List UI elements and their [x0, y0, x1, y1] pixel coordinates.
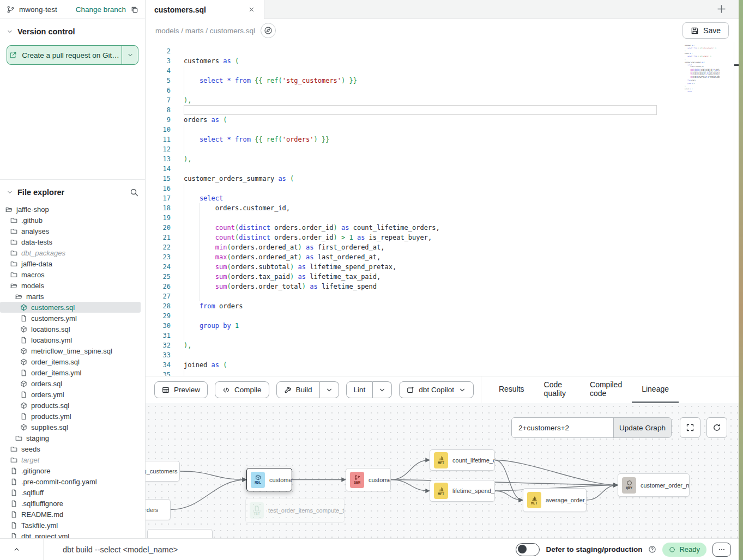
file-item-dbt_packages[interactable]: dbt_packages: [0, 247, 141, 258]
lineage-node-lifetime_spend_pretax[interactable]: METlifetime_spend_pretax: [430, 480, 495, 502]
chevron-down-icon[interactable]: [7, 28, 13, 35]
folder-open-icon: [10, 282, 17, 289]
copy-icon[interactable]: [130, 5, 138, 14]
create-pull-request-button[interactable]: Create a pull request on Git…: [7, 45, 138, 65]
node-badge-mdl: MDL: [251, 472, 265, 488]
fullscreen-button[interactable]: [680, 417, 700, 438]
line-number: 12: [153, 144, 171, 154]
panel-tab-compiled-code[interactable]: Compiled code: [580, 376, 632, 403]
compile-button[interactable]: Compile: [215, 381, 269, 398]
more-options-button[interactable]: [712, 543, 731, 557]
build-button[interactable]: Build: [276, 381, 320, 398]
file-item-.sqlfluffignore[interactable]: .sqlfluffignore: [0, 498, 141, 509]
line-number: 25: [153, 272, 171, 282]
file-item-order_items.yml[interactable]: order_items.yml: [0, 367, 141, 378]
code-lines: 23customers as (45select * from {{ ref('…: [146, 46, 739, 376]
file-item-orders.yml[interactable]: orders.yml: [0, 389, 141, 400]
search-icon[interactable]: [130, 188, 138, 197]
lint-button[interactable]: Lint: [346, 381, 373, 398]
doc-icon: [20, 369, 27, 376]
refresh-button[interactable]: [706, 417, 727, 438]
file-item-target[interactable]: target: [0, 454, 141, 465]
file-explorer-section: File explorer jaffle-shop.githubanalyses…: [0, 180, 145, 538]
lineage-node-orders[interactable]: MDLorders: [146, 499, 171, 520]
file-item-.github[interactable]: .github: [0, 215, 141, 226]
file-item-supplies.sql[interactable]: supplies.sql: [0, 422, 141, 433]
file-item-locations.yml[interactable]: locations.yml: [0, 334, 141, 345]
file-item-jaffle-shop[interactable]: jaffle-shop: [0, 204, 141, 215]
file-item-macros[interactable]: macros: [0, 269, 141, 280]
lineage-node-average_order_value[interactable]: METaverage_order_value: [523, 488, 587, 512]
file-item-data-tests[interactable]: data-tests: [0, 236, 141, 247]
file-item-README.md[interactable]: README.md: [0, 509, 141, 520]
file-label: target: [21, 456, 39, 464]
code-icon: [222, 386, 230, 394]
new-tab-button[interactable]: [716, 4, 727, 14]
file-item-customers.sql[interactable]: customers.sql: [0, 302, 141, 313]
file-item-Taskfile.yml[interactable]: Taskfile.yml: [0, 520, 141, 531]
change-branch-link[interactable]: Change branch: [76, 5, 126, 14]
file-item-seeds[interactable]: seeds: [0, 443, 141, 454]
file-item-products.yml[interactable]: products.yml: [0, 411, 141, 422]
file-item-dbt_project.yml[interactable]: dbt_project.yml: [0, 531, 141, 538]
lint-dropdown-button[interactable]: [373, 381, 392, 398]
lineage-node-customers_mdl[interactable]: MDLcustomers: [246, 468, 292, 491]
editor-column: customers.sql models / marts / customers…: [146, 0, 739, 538]
pr-dropdown-chevron[interactable]: [122, 46, 138, 64]
preview-button[interactable]: Preview: [154, 381, 208, 398]
file-item-customers.yml[interactable]: customers.yml: [0, 313, 141, 324]
file-item-.pre-commit-config.yaml[interactable]: .pre-commit-config.yaml: [0, 476, 141, 487]
file-item-models[interactable]: models: [0, 280, 141, 291]
node-badge-sem: SEM: [350, 472, 364, 488]
help-icon[interactable]: [648, 545, 656, 553]
dbt-copilot-button[interactable]: dbt Copilot: [399, 381, 474, 398]
update-graph-button[interactable]: Update Graph: [613, 418, 671, 437]
lineage-node-customer_order_metrics[interactable]: QRYcustomer_order_metrics: [618, 473, 690, 497]
file-item-jaffle-data[interactable]: jaffle-data: [0, 258, 141, 269]
line-number: 15: [153, 174, 171, 184]
node-label: orders: [146, 507, 158, 513]
model-icon: [20, 358, 27, 366]
panel-tab-code-quality[interactable]: Code quality: [534, 376, 580, 403]
save-button[interactable]: Save: [682, 22, 729, 39]
branch-bar: mwong-test Change branch: [0, 0, 145, 19]
lineage-node-test_node[interactable]: TSTtest_order_items_compute_to_bools...: [245, 498, 345, 523]
file-item-analyses[interactable]: analyses: [0, 226, 141, 236]
tab-customers-sql[interactable]: customers.sql: [146, 0, 264, 19]
compile-label: Compile: [234, 386, 262, 394]
command-input[interactable]: [63, 545, 516, 554]
line-number: 2: [153, 46, 171, 56]
lineage-selector-input[interactable]: [512, 418, 613, 437]
build-dropdown-button[interactable]: [320, 381, 339, 398]
code-editor[interactable]: 23customers as (45select * from {{ ref('…: [146, 42, 739, 376]
defer-toggle[interactable]: [516, 543, 540, 556]
file-label: data-tests: [21, 238, 52, 246]
collapse-panel-button[interactable]: [0, 539, 44, 560]
file-item-.sqlfluff[interactable]: .sqlfluff: [0, 487, 141, 498]
editor-scrollbar[interactable]: [734, 42, 739, 376]
tab-title: customers.sql: [154, 5, 206, 14]
chevron-down-icon[interactable]: [7, 189, 13, 196]
file-item-locations.sql[interactable]: locations.sql: [0, 324, 141, 334]
lineage-node-customers_sem[interactable]: SEMcustomers: [346, 468, 391, 491]
file-label: staging: [26, 434, 49, 442]
panel-tab-results[interactable]: Results: [489, 376, 534, 403]
file-item-marts[interactable]: marts: [0, 291, 141, 302]
scrollbar-thumb[interactable]: [734, 64, 739, 66]
copilot-label: dbt Copilot: [419, 386, 454, 394]
lineage-node-stg_customers[interactable]: MDLstg_customers: [146, 461, 180, 482]
file-item-orders.sql[interactable]: orders.sql: [0, 378, 141, 389]
file-item-products.sql[interactable]: products.sql: [0, 400, 141, 411]
file-item-order_items.sql[interactable]: order_items.sql: [0, 356, 141, 367]
lineage-panel[interactable]: Update Graph MDLstg_customersMDLordersMD…: [146, 403, 739, 538]
compass-button[interactable]: [261, 23, 276, 38]
file-item-staging[interactable]: staging: [0, 433, 141, 443]
lineage-node-count_lifetime_orders[interactable]: METcount_lifetime_orders: [430, 449, 495, 471]
lineage-node-cut_node[interactable]: [147, 529, 213, 538]
folder-icon: [10, 228, 17, 235]
doc-icon: [254, 506, 260, 512]
file-item-metricflow_time_spine.sql[interactable]: metricflow_time_spine.sql: [0, 345, 141, 356]
panel-tab-lineage[interactable]: Lineage: [632, 376, 679, 403]
file-item-.gitignore[interactable]: .gitignore: [0, 465, 141, 476]
close-icon[interactable]: [248, 6, 255, 13]
